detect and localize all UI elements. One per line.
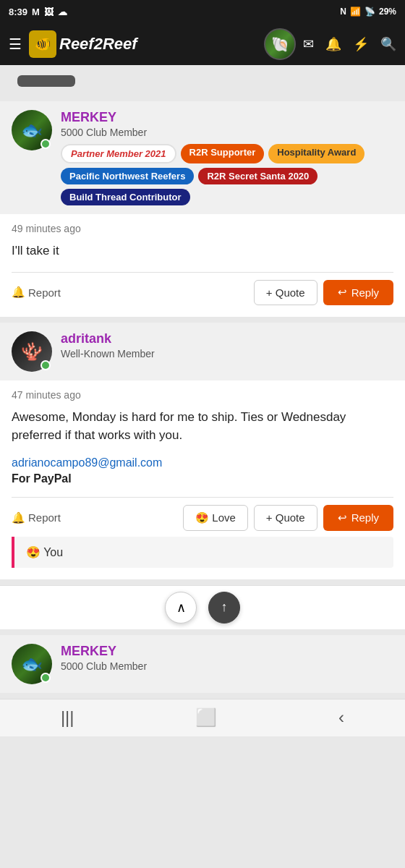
username-adritank: adritank bbox=[61, 331, 393, 346]
report-button-adritank[interactable]: 🔔 Report bbox=[12, 511, 61, 524]
search-icon[interactable]: 🔍 bbox=[380, 36, 396, 52]
user-info-merkey: MERKEY 5000 Club Member Partner Member 2… bbox=[61, 110, 393, 205]
cloud-icon: ☁ bbox=[58, 7, 67, 17]
logo-text: Reef2Reef bbox=[59, 35, 137, 54]
partial-button bbox=[17, 75, 75, 87]
gmail-icon: M bbox=[32, 7, 40, 17]
username-merkey: MERKEY bbox=[61, 110, 393, 125]
status-left: 8:39 M 🖼 ☁ bbox=[9, 7, 67, 17]
bell-icon[interactable]: 🔔 bbox=[325, 36, 341, 52]
preview-post-merkey: 🐟 MERKEY 5000 Club Member bbox=[0, 635, 405, 693]
badge-r2r-supporter: R2R Supporter bbox=[181, 144, 265, 163]
nav-home-icon[interactable]: ⬜ bbox=[195, 707, 217, 728]
reaction-bar-adritank: 😍 You bbox=[12, 537, 393, 568]
report-label-merkey: Report bbox=[28, 286, 61, 299]
nav-icons: ✉ 🔔 ⚡ 🔍 bbox=[303, 36, 396, 52]
user-role-merkey: 5000 Club Member bbox=[61, 127, 393, 138]
reply-button-adritank[interactable]: ↩ Reply bbox=[323, 505, 393, 531]
nav-lines-icon[interactable]: ||| bbox=[61, 707, 74, 728]
quote-button-adritank[interactable]: + Quote bbox=[254, 505, 317, 531]
avatar-container-adritank: 🪸 bbox=[12, 331, 52, 372]
avatar-container-merkey: 🐟 bbox=[12, 110, 52, 150]
post-header-merkey: 🐟 MERKEY 5000 Club Member Partner Member… bbox=[0, 101, 405, 214]
user-role-preview: 5000 Club Member bbox=[61, 660, 393, 672]
reply-icon-merkey: ↩ bbox=[338, 286, 347, 299]
bottom-actions-row: ∧ ↑ bbox=[0, 585, 405, 629]
scroll-up-icon: ∧ bbox=[176, 600, 186, 616]
badges-merkey: Partner Member 2021 R2R Supporter Hospit… bbox=[61, 144, 393, 205]
user-role-adritank: Well-Known Member bbox=[61, 348, 393, 359]
love-button-adritank[interactable]: 😍 Love bbox=[183, 505, 248, 531]
post-time-adritank: 47 minutes ago bbox=[12, 389, 393, 401]
username-preview: MERKEY bbox=[61, 644, 393, 659]
status-bar: 8:39 M 🖼 ☁ N 📶 📡 29% bbox=[0, 0, 405, 23]
user-info-adritank: adritank Well-Known Member bbox=[61, 331, 393, 359]
nav-logo[interactable]: 🐠 Reef2Reef bbox=[29, 30, 137, 58]
quote-button-merkey[interactable]: + Quote bbox=[254, 280, 317, 305]
scroll-down-button[interactable]: ↑ bbox=[208, 592, 240, 624]
scroll-down-icon: ↑ bbox=[221, 600, 228, 615]
reply-label-adritank: Reply bbox=[351, 511, 379, 524]
action-group-merkey: + Quote ↩ Reply bbox=[254, 280, 393, 305]
mail-icon[interactable]: ✉ bbox=[303, 36, 314, 52]
bottom-nav: ||| ⬜ ‹ bbox=[0, 699, 405, 736]
bell-report-icon: 🔔 bbox=[12, 286, 25, 299]
top-nav: ☰ 🐠 Reef2Reef 🐚 ✉ 🔔 ⚡ 🔍 bbox=[0, 23, 405, 65]
badge-pacific: Pacific Northwest Reefers bbox=[61, 168, 194, 184]
lightning-icon[interactable]: ⚡ bbox=[353, 36, 369, 52]
badge-build: Build Thread Contributor bbox=[61, 189, 190, 205]
post-time-merkey: 49 minutes ago bbox=[12, 223, 393, 234]
post-content-adritank: Awesome, Monday is hard for me to ship. … bbox=[12, 408, 393, 445]
signal-icon: 📡 bbox=[364, 7, 375, 17]
nav-back-icon[interactable]: ‹ bbox=[338, 707, 344, 728]
logo-icon: 🐠 bbox=[29, 30, 56, 58]
nfc-icon: N bbox=[340, 7, 346, 17]
battery: 29% bbox=[379, 7, 396, 17]
preview-header: 🐟 MERKEY 5000 Club Member bbox=[0, 635, 405, 693]
partial-content bbox=[9, 69, 396, 95]
badge-santa: R2R Secret Santa 2020 bbox=[198, 168, 317, 184]
online-indicator-preview bbox=[40, 673, 51, 683]
status-right: N 📶 📡 29% bbox=[340, 7, 396, 17]
nav-avatar[interactable]: 🐚 bbox=[264, 28, 296, 60]
post-adritank: 🪸 adritank Well-Known Member 47 minutes … bbox=[0, 323, 405, 579]
post-header-adritank: 🪸 adritank Well-Known Member bbox=[0, 323, 405, 380]
post-actions-adritank: 🔔 Report 😍 Love + Quote ↩ Reply bbox=[12, 497, 393, 531]
reply-label-merkey: Reply bbox=[351, 286, 379, 299]
post-merkey: 🐟 MERKEY 5000 Club Member Partner Member… bbox=[0, 101, 405, 317]
reply-icon-adritank: ↩ bbox=[338, 511, 347, 524]
post-content-merkey: I'll take it bbox=[12, 242, 393, 260]
post-actions-merkey: 🔔 Report + Quote ↩ Reply bbox=[12, 272, 393, 305]
bell-report-icon-adritank: 🔔 bbox=[12, 511, 25, 524]
scroll-up-button[interactable]: ∧ bbox=[165, 592, 197, 624]
avatar-container-preview: 🐟 bbox=[12, 644, 52, 684]
action-group-adritank: 😍 Love + Quote ↩ Reply bbox=[183, 505, 393, 531]
online-indicator-merkey bbox=[40, 139, 51, 149]
badge-hospitality: Hospitality Award bbox=[268, 144, 364, 163]
user-info-preview: MERKEY 5000 Club Member bbox=[61, 644, 393, 672]
post-email-adritank[interactable]: adrianocampo89@gmail.com bbox=[12, 456, 393, 469]
photo-icon: 🖼 bbox=[44, 7, 54, 17]
badge-partner-member: Partner Member 2021 bbox=[61, 144, 176, 163]
reply-button-merkey[interactable]: ↩ Reply bbox=[323, 280, 393, 305]
time: 8:39 bbox=[9, 7, 27, 17]
post-paypal-adritank: For PayPal bbox=[12, 472, 393, 485]
report-label-adritank: Report bbox=[28, 511, 61, 524]
wifi-icon: 📶 bbox=[350, 7, 361, 17]
online-indicator-adritank bbox=[40, 360, 51, 370]
report-button-merkey[interactable]: 🔔 Report bbox=[12, 286, 61, 299]
hamburger-menu[interactable]: ☰ bbox=[9, 35, 22, 53]
